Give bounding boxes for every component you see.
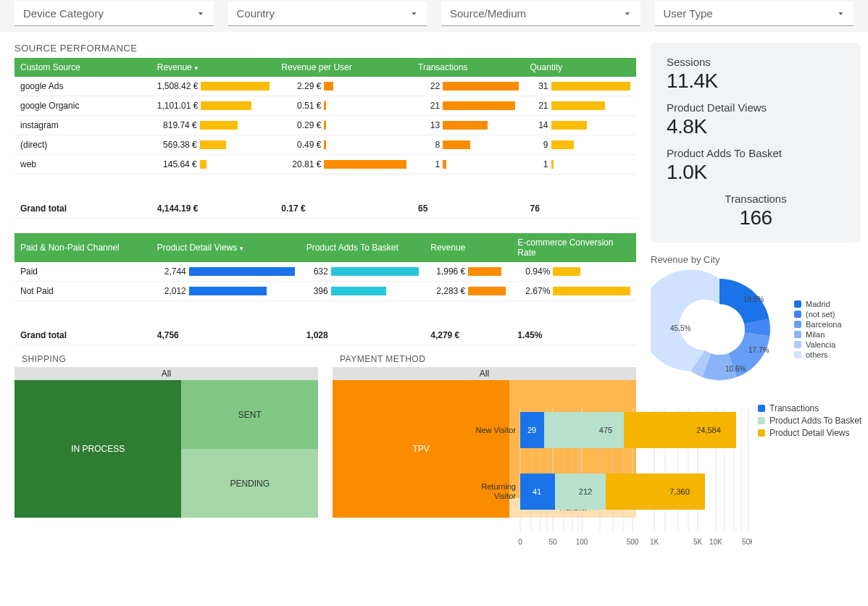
svg-text:10K: 10K	[709, 538, 722, 546]
filter-label: Country	[237, 7, 275, 20]
source-name: instagram	[14, 116, 151, 135]
col-transactions[interactable]: Transactions	[412, 58, 524, 77]
table-row[interactable]: google Ads1,508.42 €2.29 €2231	[14, 77, 636, 96]
svg-text:29: 29	[527, 426, 536, 434]
source-name: web	[14, 155, 151, 174]
treemap-cell-in-process[interactable]: IN PROCESS	[14, 380, 181, 518]
kpi-pdv-label: Product Detail Views	[667, 101, 845, 114]
bar-cell: 819.74 €	[157, 120, 270, 130]
chevron-down-icon: ▼	[410, 11, 418, 16]
bar-cell: 2.29 €	[281, 81, 406, 91]
bar-cell: 145.64 €	[157, 159, 270, 169]
col-revenue[interactable]: Revenue▼	[151, 58, 276, 77]
svg-text:212: 212	[579, 487, 592, 496]
sort-desc-icon: ▼	[238, 245, 244, 252]
filter-label: User Type	[664, 7, 713, 20]
treemap-all-label: All	[333, 367, 636, 380]
bar-cell: 2,283 €	[430, 286, 506, 296]
shipping-treemap[interactable]: SHIPPING All IN PROCESS SENT PENDING	[14, 354, 318, 518]
bar-cell: 1	[530, 159, 630, 169]
bar-cell: 0.29 €	[281, 120, 406, 130]
bar-cell: 31	[530, 81, 630, 91]
kpi-pdv-value: 4.8K	[667, 115, 845, 138]
col-quantity[interactable]: Quantity	[525, 58, 636, 77]
svg-text:18.5%: 18.5%	[743, 295, 764, 303]
svg-text:45.5%: 45.5%	[670, 324, 690, 332]
table-row[interactable]: google Organic1,101.01 €0.51 €2121	[14, 96, 636, 116]
source-name: google Organic	[14, 96, 151, 116]
bar-cell: 1,996 €	[430, 266, 506, 277]
treemap-all-label: All	[14, 367, 318, 380]
col-revenue[interactable]: Revenue	[425, 233, 512, 262]
svg-text:0: 0	[518, 538, 522, 546]
channel-name: Not Paid	[14, 282, 151, 301]
bar-cell: 1,101.01 €	[157, 101, 270, 111]
donut-title: Revenue by City	[651, 254, 861, 265]
col-pab[interactable]: Product Adds To Basket	[301, 233, 425, 262]
bar-cell: 14	[530, 120, 630, 130]
kpi-card: Sessions 11.4K Product Detail Views 4.8K…	[651, 43, 861, 243]
kpi-pab-label: Product Adds To Basket	[667, 147, 845, 159]
col-pdv[interactable]: Product Detail Views▼	[151, 233, 301, 262]
grand-total-row: Grand total 4,756 1,028 4,279 € 1.45%	[14, 301, 636, 345]
svg-text:7,360: 7,360	[669, 487, 690, 496]
source-performance-table: Custom Source Revenue▼ Revenue per User …	[14, 58, 636, 219]
svg-text:100: 100	[576, 538, 588, 546]
svg-text:41: 41	[533, 487, 541, 496]
visitor-type-chart[interactable]: 29 475 24,584 New Visitor 41 212 7,360 R…	[462, 401, 868, 553]
col-revenue-per-user[interactable]: Revenue per User	[275, 58, 412, 77]
svg-text:24,584: 24,584	[696, 426, 721, 434]
channel-name: Paid	[14, 262, 151, 282]
visitor-bars-svg: 29 475 24,584 New Visitor 41 212 7,360 R…	[462, 401, 752, 553]
bar-cell: 396	[306, 286, 420, 296]
svg-text:17.7%: 17.7%	[748, 346, 769, 354]
bar-cell: 2,012	[157, 286, 295, 296]
bar-cell: 21	[530, 101, 630, 111]
col-channel[interactable]: Paid & Non-Paid Channel	[14, 233, 151, 262]
donut-legend: Madrid (not set) Barcelona Milan Valenci…	[794, 298, 842, 361]
chevron-down-icon: ▼	[837, 11, 845, 16]
treemap-cell-pending[interactable]: PENDING	[181, 449, 318, 518]
table-row[interactable]: (direct)569.38 €0.49 €89	[14, 135, 636, 155]
kpi-tx-label: Transactions	[667, 193, 845, 205]
bar-cell: 1,508.42 €	[157, 81, 270, 91]
treemap-cell-sent[interactable]: SENT	[181, 380, 318, 449]
kpi-sessions-value: 11.4K	[667, 70, 845, 93]
filter-device-category[interactable]: Device Category ▼	[14, 1, 214, 26]
donut-svg: 18.5% 17.7% 10.6% 45.5%	[651, 268, 788, 391]
svg-text:50: 50	[548, 538, 557, 546]
table-row[interactable]: instagram819.74 €0.29 €1314	[14, 116, 636, 135]
filter-label: Source/Medium	[450, 7, 526, 20]
col-custom-source[interactable]: Custom Source	[14, 58, 151, 77]
kpi-sessions-label: Sessions	[667, 56, 845, 68]
bar-cell: 22	[418, 81, 518, 91]
channel-performance-table: Paid & Non-Paid Channel Product Detail V…	[14, 233, 636, 345]
bar-cell: 632	[306, 266, 420, 277]
svg-text:Visitor: Visitor	[494, 492, 517, 500]
bar-cell: 0.51 €	[281, 101, 406, 111]
svg-rect-36	[606, 474, 705, 510]
svg-text:Returning: Returning	[481, 482, 516, 491]
svg-text:500: 500	[627, 538, 639, 546]
treemap-title: SHIPPING	[22, 354, 318, 364]
svg-text:1K: 1K	[650, 538, 659, 546]
filter-user-type[interactable]: User Type ▼	[655, 1, 854, 26]
svg-text:5K: 5K	[693, 538, 703, 546]
svg-text:10.6%: 10.6%	[725, 365, 746, 373]
table-row[interactable]: Paid2,7446321,996 €0.94%	[14, 262, 636, 282]
filter-label: Device Category	[23, 7, 104, 20]
col-conversion-rate[interactable]: E-commerce Conversion Rate	[512, 233, 636, 262]
bar-cell: 8	[418, 140, 518, 150]
table-row[interactable]: Not Paid2,0123962,283 €2.67%	[14, 282, 636, 301]
chevron-down-icon: ▼	[624, 11, 632, 16]
filter-source-medium[interactable]: Source/Medium ▼	[441, 1, 640, 26]
grand-total-row: Grand total 4,144.19 € 0.17 € 65 76	[14, 174, 636, 219]
table-row[interactable]: web145.64 €20.81 €11	[14, 155, 636, 174]
bar-cell: 1	[418, 159, 518, 169]
bar-cell: 9	[530, 140, 630, 150]
svg-text:50K: 50K	[742, 538, 752, 546]
filter-country[interactable]: Country ▼	[228, 1, 427, 26]
kpi-tx-value: 166	[667, 206, 845, 230]
revenue-by-city-chart[interactable]: Revenue by City 18.5% 17.7% 10.6%	[651, 254, 861, 391]
bar-cell: 0.94%	[517, 266, 630, 277]
